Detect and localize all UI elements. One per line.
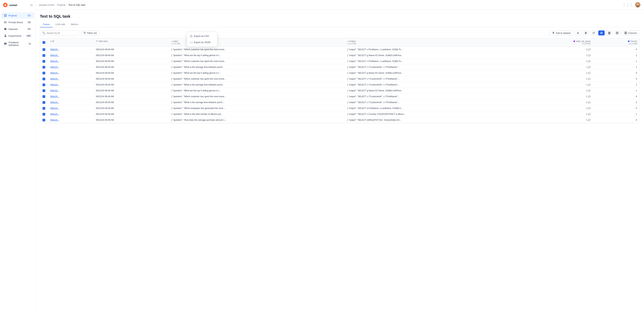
comment-badge-10[interactable]: 💬 bbox=[588, 107, 590, 110]
row-id-link-11[interactable]: 066e29... bbox=[50, 113, 59, 115]
tab-traces[interactable]: Traces bbox=[40, 22, 52, 28]
breadcrumb-sep1: › bbox=[55, 4, 56, 6]
expanded-view-button[interactable] bbox=[614, 30, 620, 36]
sidebar-item-projects[interactable]: Projects 22 bbox=[1, 12, 34, 19]
row-checkbox-0[interactable] bbox=[42, 48, 45, 51]
comment-badge-2[interactable]: 💬 bbox=[588, 60, 590, 62]
row-id-link-9[interactable]: 066e29... bbox=[50, 101, 59, 104]
row-id-link-1[interactable]: 066e29... bbox=[50, 54, 59, 56]
row-id-link-5[interactable]: 066e29... bbox=[50, 78, 59, 80]
sidebar-badge-experiments: 289 bbox=[26, 34, 32, 37]
row-valid-sql-3: 1 💬 bbox=[521, 64, 593, 70]
row-checkbox-7[interactable] bbox=[42, 90, 45, 92]
sidebar-item-datasets[interactable]: Datasets 21 bbox=[1, 26, 34, 32]
sidebar-item-label-prompt: Prompt library bbox=[8, 21, 25, 24]
comment-badge-4[interactable]: 💬 bbox=[588, 72, 590, 74]
row-id-link-0[interactable]: 066e29... bbox=[50, 48, 59, 51]
row-correct-0: 0 bbox=[593, 47, 640, 52]
row-id-10: 066e29... bbox=[48, 106, 94, 111]
row-id-link-4[interactable]: 066e29... bbox=[50, 72, 59, 74]
row-checkbox-2[interactable] bbox=[42, 60, 45, 63]
row-id-link-7[interactable]: 066e29... bbox=[50, 90, 59, 92]
table-row: 066e29... 09/12/24 08:49 AM { "question"… bbox=[40, 111, 640, 117]
row-id-link-2[interactable]: 066e29... bbox=[50, 60, 59, 62]
row-checkbox-6[interactable] bbox=[42, 84, 45, 86]
delete-button[interactable] bbox=[582, 30, 589, 36]
sidebar-item-experiments[interactable]: Experiments 289 bbox=[1, 32, 34, 39]
row-checkbox-cell bbox=[40, 111, 48, 117]
row-id-link-10[interactable]: 066e29... bbox=[50, 107, 59, 110]
row-checkbox-8[interactable] bbox=[42, 95, 45, 98]
row-id-link-3[interactable]: 066e29... bbox=[50, 66, 59, 68]
header-correct: Correct avg 0.406 bbox=[593, 38, 640, 47]
row-output-10: { "output": "SELECT e.FirstName, e.LastN… bbox=[345, 106, 521, 111]
tab-llm-calls[interactable]: LLM calls bbox=[52, 22, 68, 28]
tab-metrics[interactable]: Metrics bbox=[68, 22, 81, 28]
apps-icon[interactable]: ⋮⋮⋮ bbox=[622, 3, 633, 7]
row-input-4: { "question": "What are the top 5 sellin… bbox=[169, 70, 345, 76]
row-input-7: { "question": "What are the top 5 sellin… bbox=[169, 88, 345, 94]
comment-badge-0[interactable]: 💬 bbox=[588, 48, 590, 51]
compact-view-button[interactable] bbox=[606, 30, 612, 36]
header-start-time: ⏱ Start time - bbox=[94, 38, 169, 47]
search-input[interactable] bbox=[47, 32, 77, 34]
row-correct-3: 1 bbox=[593, 64, 640, 70]
user-avatar[interactable] bbox=[635, 2, 640, 8]
row-checkbox-11[interactable] bbox=[42, 113, 45, 116]
header-checkbox-cell bbox=[40, 38, 48, 47]
row-checkbox-12[interactable] bbox=[42, 119, 45, 122]
svg-rect-5 bbox=[6, 16, 6, 17]
row-input-6: { "question": "What is the average time … bbox=[169, 82, 345, 88]
filter-button[interactable]: Filters (0) bbox=[81, 30, 100, 36]
row-output-5: { "output": "SELECT c.\"CustomerId\", c.… bbox=[345, 76, 521, 82]
add-to-dataset-button[interactable]: Add to dataset bbox=[550, 30, 573, 36]
export-csv-item[interactable]: Export as CSV bbox=[187, 33, 217, 39]
comment-badge-3[interactable]: 💬 bbox=[588, 66, 590, 68]
refresh-button[interactable] bbox=[590, 30, 597, 36]
row-id-1: 066e29... bbox=[48, 52, 94, 58]
trash-icon bbox=[584, 32, 587, 34]
table-row: 066e29... 09/12/24 08:49 AM { "question"… bbox=[40, 76, 640, 82]
svg-rect-17 bbox=[608, 33, 610, 33]
row-start-3: 09/12/24 08:49 AM bbox=[94, 64, 169, 70]
comment-badge-7[interactable]: 💬 bbox=[588, 90, 590, 92]
comment-badge-11[interactable]: 💬 bbox=[588, 113, 590, 115]
sidebar-item-prompt-library[interactable]: Prompt library 19 bbox=[1, 19, 34, 26]
topbar-actions: ⋮⋮⋮ bbox=[622, 2, 640, 8]
comment-badge-5[interactable]: 💬 bbox=[588, 78, 590, 80]
row-checkbox-5[interactable] bbox=[42, 78, 45, 80]
row-checkbox-9[interactable] bbox=[42, 101, 45, 104]
compact-icon bbox=[608, 32, 610, 34]
row-id-link-12[interactable]: 066e29... bbox=[50, 119, 59, 121]
sidebar-item-feedback[interactable]: Feedback definitions 4 bbox=[1, 39, 34, 48]
comment-badge-12[interactable]: 💬 bbox=[588, 119, 590, 121]
comment-badge-1[interactable]: 💬 bbox=[588, 54, 590, 56]
comment-badge-8[interactable]: 💬 bbox=[588, 96, 590, 98]
search-box[interactable]: 🔍 bbox=[40, 30, 79, 36]
row-input-12: { "question": "How does the average purc… bbox=[169, 117, 345, 123]
row-start-12: 09/12/24 08:49 AM bbox=[94, 117, 169, 123]
row-checkbox-1[interactable] bbox=[42, 54, 45, 57]
select-all-checkbox[interactable] bbox=[42, 41, 45, 44]
row-id-link-8[interactable]: 066e29... bbox=[50, 95, 59, 98]
sidebar-toggle[interactable]: ⊟ bbox=[30, 4, 32, 7]
columns-button[interactable]: Columns bbox=[622, 30, 640, 36]
grid-view-button[interactable] bbox=[598, 30, 605, 36]
comment-badge-9[interactable]: 💬 bbox=[588, 101, 590, 104]
main-content: jacques-comet › Projects › Text to SQL t… bbox=[36, 0, 644, 313]
table-row: 066e29... 09/12/24 08:49 AM { "question"… bbox=[40, 106, 640, 111]
header-output: ⬥ Output count 333 bbox=[345, 38, 521, 47]
table-row: 066e29... 09/12/24 08:49 AM { "question"… bbox=[40, 70, 640, 76]
comment-badge-6[interactable]: 💬 bbox=[588, 84, 590, 86]
comet-logo bbox=[3, 2, 8, 8]
row-checkbox-4[interactable] bbox=[42, 72, 45, 74]
row-checkbox-cell bbox=[40, 52, 48, 58]
row-id-link-6[interactable]: 066e29... bbox=[50, 84, 59, 86]
row-checkbox-3[interactable] bbox=[42, 66, 45, 68]
row-checkbox-10[interactable] bbox=[42, 107, 45, 110]
download-button[interactable] bbox=[575, 30, 581, 36]
row-output-1: { "output": "SELECT g.Name AS Genre, SUM… bbox=[345, 52, 521, 58]
export-json-item[interactable]: Export as JSON bbox=[187, 39, 217, 46]
table-row: 066e29... 09/12/24 08:49 AM { "question"… bbox=[40, 82, 640, 88]
toolbar-right: Add to dataset bbox=[550, 30, 640, 36]
